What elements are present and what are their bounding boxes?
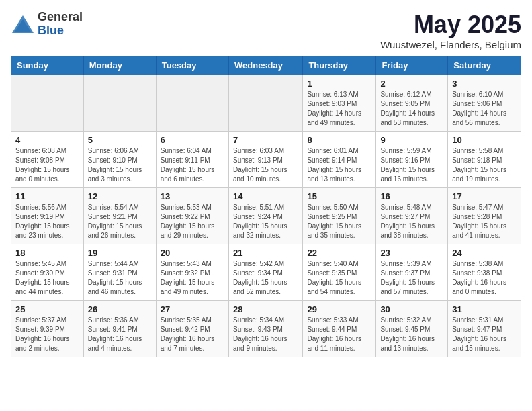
calendar-cell — [11, 75, 84, 132]
calendar-cell: 1Sunrise: 6:13 AM Sunset: 9:03 PM Daylig… — [303, 75, 376, 132]
day-detail: Sunrise: 5:34 AM Sunset: 9:43 PM Dayligh… — [233, 316, 298, 353]
title-block: May 2025 Wuustwezel, Flanders, Belgium — [380, 11, 521, 50]
day-detail: Sunrise: 5:31 AM Sunset: 9:47 PM Dayligh… — [452, 316, 517, 353]
week-row-2: 4Sunrise: 6:08 AM Sunset: 9:08 PM Daylig… — [11, 132, 521, 188]
calendar-cell: 31Sunrise: 5:31 AM Sunset: 9:47 PM Dayli… — [448, 301, 521, 357]
calendar-cell — [228, 75, 302, 132]
calendar-cell — [156, 75, 228, 132]
day-number: 17 — [452, 191, 517, 201]
day-detail: Sunrise: 6:08 AM Sunset: 9:08 PM Dayligh… — [15, 146, 79, 184]
calendar-cell: 17Sunrise: 5:47 AM Sunset: 9:28 PM Dayli… — [448, 188, 521, 244]
calendar-cell: 29Sunrise: 5:33 AM Sunset: 9:44 PM Dayli… — [303, 301, 376, 357]
day-number: 22 — [307, 248, 371, 258]
calendar-cell: 20Sunrise: 5:43 AM Sunset: 9:32 PM Dayli… — [156, 244, 228, 301]
header-sunday: Sunday — [11, 56, 84, 75]
calendar-cell: 27Sunrise: 5:35 AM Sunset: 9:42 PM Dayli… — [156, 301, 228, 357]
calendar-cell: 14Sunrise: 5:51 AM Sunset: 9:24 PM Dayli… — [228, 188, 302, 244]
day-detail: Sunrise: 5:56 AM Sunset: 9:19 PM Dayligh… — [15, 203, 79, 240]
day-detail: Sunrise: 5:44 AM Sunset: 9:31 PM Dayligh… — [88, 259, 152, 297]
day-number: 3 — [452, 79, 517, 89]
day-number: 27 — [161, 304, 224, 314]
header-friday: Friday — [376, 56, 448, 75]
day-number: 28 — [233, 304, 298, 314]
day-number: 9 — [380, 135, 443, 145]
day-detail: Sunrise: 5:43 AM Sunset: 9:32 PM Dayligh… — [161, 259, 224, 297]
day-detail: Sunrise: 6:13 AM Sunset: 9:03 PM Dayligh… — [307, 90, 371, 128]
calendar-cell: 16Sunrise: 5:48 AM Sunset: 9:27 PM Dayli… — [376, 188, 448, 244]
calendar-cell: 6Sunrise: 6:04 AM Sunset: 9:11 PM Daylig… — [156, 132, 228, 188]
week-row-1: 1Sunrise: 6:13 AM Sunset: 9:03 PM Daylig… — [11, 75, 521, 132]
day-detail: Sunrise: 5:59 AM Sunset: 9:16 PM Dayligh… — [380, 146, 443, 184]
calendar-cell: 21Sunrise: 5:42 AM Sunset: 9:34 PM Dayli… — [228, 244, 302, 301]
day-detail: Sunrise: 5:32 AM Sunset: 9:45 PM Dayligh… — [380, 316, 443, 353]
day-number: 15 — [307, 191, 371, 201]
calendar-table: SundayMondayTuesdayWednesdayThursdayFrid… — [11, 56, 521, 357]
calendar-cell: 4Sunrise: 6:08 AM Sunset: 9:08 PM Daylig… — [11, 132, 84, 188]
calendar-cell: 26Sunrise: 5:36 AM Sunset: 9:41 PM Dayli… — [83, 301, 156, 357]
day-number: 21 — [233, 248, 298, 258]
calendar-cell: 5Sunrise: 6:06 AM Sunset: 9:10 PM Daylig… — [83, 132, 156, 188]
calendar-cell: 22Sunrise: 5:40 AM Sunset: 9:35 PM Dayli… — [303, 244, 376, 301]
day-detail: Sunrise: 5:36 AM Sunset: 9:41 PM Dayligh… — [88, 316, 152, 353]
day-number: 8 — [307, 135, 371, 145]
day-number: 19 — [88, 248, 152, 258]
logo-text: General Blue — [38, 11, 83, 38]
day-detail: Sunrise: 6:12 AM Sunset: 9:05 PM Dayligh… — [380, 90, 443, 128]
day-number: 14 — [233, 191, 298, 201]
day-number: 18 — [15, 248, 79, 258]
day-number: 12 — [88, 191, 152, 201]
day-number: 24 — [452, 248, 517, 258]
day-detail: Sunrise: 5:53 AM Sunset: 9:22 PM Dayligh… — [161, 203, 224, 240]
day-number: 5 — [88, 135, 152, 145]
day-detail: Sunrise: 5:39 AM Sunset: 9:37 PM Dayligh… — [380, 259, 443, 297]
header-saturday: Saturday — [448, 56, 521, 75]
calendar-cell: 23Sunrise: 5:39 AM Sunset: 9:37 PM Dayli… — [376, 244, 448, 301]
calendar-cell: 7Sunrise: 6:03 AM Sunset: 9:13 PM Daylig… — [228, 132, 302, 188]
day-detail: Sunrise: 5:58 AM Sunset: 9:18 PM Dayligh… — [452, 146, 517, 184]
day-detail: Sunrise: 5:50 AM Sunset: 9:25 PM Dayligh… — [307, 203, 371, 240]
day-number: 20 — [161, 248, 224, 258]
day-number: 6 — [161, 135, 224, 145]
day-detail: Sunrise: 5:38 AM Sunset: 9:38 PM Dayligh… — [452, 259, 517, 297]
header-tuesday: Tuesday — [156, 56, 228, 75]
day-detail: Sunrise: 6:10 AM Sunset: 9:06 PM Dayligh… — [452, 90, 517, 128]
day-detail: Sunrise: 6:03 AM Sunset: 9:13 PM Dayligh… — [233, 146, 298, 184]
calendar-cell: 8Sunrise: 6:01 AM Sunset: 9:14 PM Daylig… — [303, 132, 376, 188]
calendar-cell: 28Sunrise: 5:34 AM Sunset: 9:43 PM Dayli… — [228, 301, 302, 357]
day-number: 2 — [380, 79, 443, 89]
calendar-cell: 18Sunrise: 5:45 AM Sunset: 9:30 PM Dayli… — [11, 244, 84, 301]
logo-general-text: General — [38, 11, 83, 24]
day-detail: Sunrise: 5:42 AM Sunset: 9:34 PM Dayligh… — [233, 259, 298, 297]
logo-icon — [11, 14, 35, 34]
day-detail: Sunrise: 6:04 AM Sunset: 9:11 PM Dayligh… — [161, 146, 224, 184]
calendar-cell: 13Sunrise: 5:53 AM Sunset: 9:22 PM Dayli… — [156, 188, 228, 244]
calendar-cell — [83, 75, 156, 132]
day-detail: Sunrise: 5:51 AM Sunset: 9:24 PM Dayligh… — [233, 203, 298, 240]
day-number: 11 — [15, 191, 79, 201]
day-detail: Sunrise: 5:48 AM Sunset: 9:27 PM Dayligh… — [380, 203, 443, 240]
day-number: 26 — [88, 304, 152, 314]
calendar-cell: 30Sunrise: 5:32 AM Sunset: 9:45 PM Dayli… — [376, 301, 448, 357]
day-number: 1 — [307, 79, 371, 89]
calendar-cell: 10Sunrise: 5:58 AM Sunset: 9:18 PM Dayli… — [448, 132, 521, 188]
day-number: 16 — [380, 191, 443, 201]
day-detail: Sunrise: 5:35 AM Sunset: 9:42 PM Dayligh… — [161, 316, 224, 353]
day-detail: Sunrise: 5:40 AM Sunset: 9:35 PM Dayligh… — [307, 259, 371, 297]
page-header: General Blue May 2025 Wuustwezel, Flande… — [11, 11, 521, 50]
calendar-cell: 24Sunrise: 5:38 AM Sunset: 9:38 PM Dayli… — [448, 244, 521, 301]
day-detail: Sunrise: 5:47 AM Sunset: 9:28 PM Dayligh… — [452, 203, 517, 240]
day-number: 10 — [452, 135, 517, 145]
week-row-3: 11Sunrise: 5:56 AM Sunset: 9:19 PM Dayli… — [11, 188, 521, 244]
day-detail: Sunrise: 5:37 AM Sunset: 9:39 PM Dayligh… — [15, 316, 79, 353]
calendar-title: May 2025 — [380, 11, 521, 39]
calendar-cell: 15Sunrise: 5:50 AM Sunset: 9:25 PM Dayli… — [303, 188, 376, 244]
day-number: 25 — [15, 304, 79, 314]
calendar-cell: 3Sunrise: 6:10 AM Sunset: 9:06 PM Daylig… — [448, 75, 521, 132]
day-detail: Sunrise: 5:33 AM Sunset: 9:44 PM Dayligh… — [307, 316, 371, 353]
header-monday: Monday — [83, 56, 156, 75]
calendar-cell: 12Sunrise: 5:54 AM Sunset: 9:21 PM Dayli… — [83, 188, 156, 244]
calendar-cell: 9Sunrise: 5:59 AM Sunset: 9:16 PM Daylig… — [376, 132, 448, 188]
day-number: 23 — [380, 248, 443, 258]
day-number: 29 — [307, 304, 371, 314]
day-detail: Sunrise: 5:45 AM Sunset: 9:30 PM Dayligh… — [15, 259, 79, 297]
